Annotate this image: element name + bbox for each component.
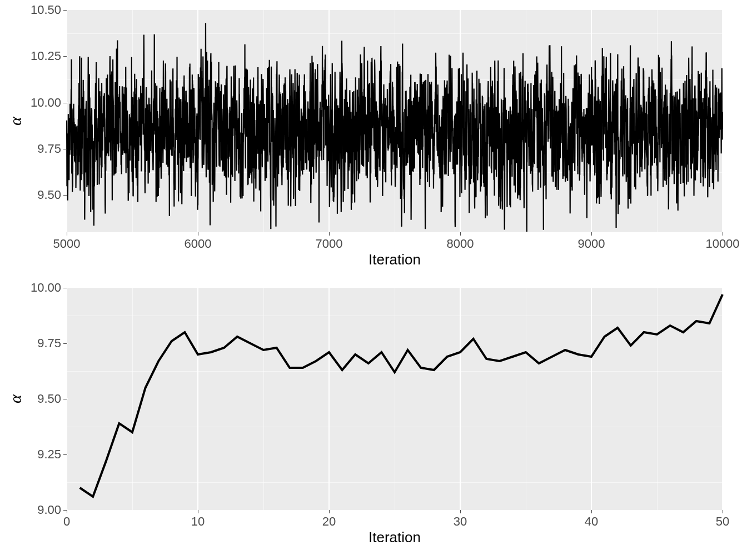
tick-label-x: 5000 <box>53 237 81 251</box>
tick-label-y: 9.75 <box>37 336 61 351</box>
tick-label-x: 7000 <box>316 237 343 251</box>
plot-area-top <box>67 10 723 232</box>
tick-x <box>198 510 198 513</box>
tick-label-x: 6000 <box>185 237 212 251</box>
tick-label-x: 30 <box>454 514 467 529</box>
tick-label-y: 9.75 <box>37 142 61 156</box>
tick-y <box>63 343 67 344</box>
figure: α Iteration 9.509.7510.0010.2510.5050006… <box>0 0 747 560</box>
tick-x <box>198 232 198 236</box>
tick-y <box>63 399 67 399</box>
tick-label-y: 9.00 <box>37 503 61 517</box>
tick-label-x: 50 <box>716 514 729 529</box>
x-axis-title-top: Iteration <box>368 251 421 268</box>
tick-label-y: 9.25 <box>37 447 61 462</box>
y-axis-title-bottom: α <box>6 394 25 403</box>
tick-label-y: 10.00 <box>31 281 61 295</box>
tick-label-y: 10.25 <box>31 49 61 63</box>
tick-label-y: 10.00 <box>31 96 61 110</box>
tick-y <box>63 10 67 11</box>
tick-label-x: 10000 <box>705 237 739 251</box>
tick-label-x: 10 <box>191 514 205 529</box>
tick-y <box>63 195 67 196</box>
x-axis-title-bottom: Iteration <box>368 529 421 546</box>
tick-label-y: 10.50 <box>31 3 61 17</box>
tick-x <box>460 510 461 513</box>
tick-y <box>63 288 67 288</box>
tick-x <box>460 232 461 236</box>
tick-label-x: 9000 <box>578 237 605 251</box>
tick-x <box>723 510 723 513</box>
tick-x <box>723 232 723 236</box>
tick-label-x: 0 <box>63 514 70 529</box>
trace-plot-bottom: α Iteration 9.009.259.509.7510.000102030… <box>0 278 747 560</box>
y-axis-title-top: α <box>6 117 25 126</box>
tick-x <box>329 510 330 513</box>
tick-x <box>329 232 330 236</box>
tick-label-y: 9.50 <box>37 188 61 202</box>
tick-x <box>67 510 67 513</box>
tick-y <box>63 149 67 149</box>
trace-line-bottom <box>67 288 723 510</box>
tick-y <box>63 56 67 57</box>
plot-area-bottom <box>67 288 723 510</box>
tick-x <box>67 232 67 236</box>
trace-plot-top: α Iteration 9.509.7510.0010.2510.5050006… <box>0 0 747 278</box>
tick-x <box>591 232 592 236</box>
tick-x <box>591 510 592 513</box>
tick-label-x: 40 <box>585 514 598 529</box>
tick-label-y: 9.50 <box>37 392 61 406</box>
tick-y <box>63 103 67 103</box>
tick-label-x: 8000 <box>447 237 474 251</box>
tick-y <box>63 454 67 455</box>
trace-line-top <box>67 10 723 232</box>
tick-label-x: 20 <box>322 514 336 529</box>
